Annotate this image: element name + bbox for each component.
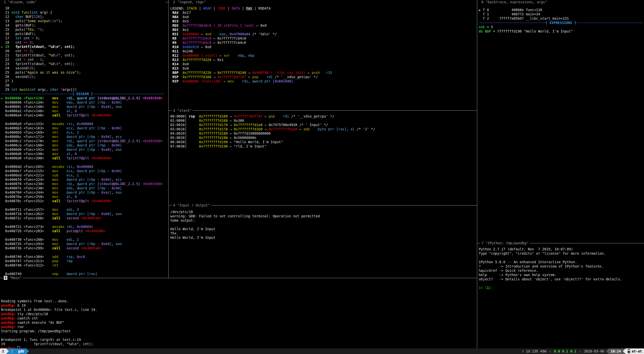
pane-name: "disasm, code" (6, 0, 37, 4)
terminal-line: IPython 5.8.0 -- An enhanced Interactive… (479, 260, 643, 264)
terminal-line: pwndbg> tty /dev/pts/10 (1, 312, 476, 316)
terminal-line: 0x400748 <func+312> ret (1, 263, 164, 268)
pane-ipython[interactable]: Python 2.7.17 (default, Nov 7 2019, 10:0… (477, 243, 644, 348)
terminal-line: 16 puts(BUF); (1, 32, 164, 36)
terminal-line: 0x400711 <func+257> mov edi, 3 (1, 208, 164, 212)
terminal-line: 0x4006d0 <func+192> mov dword ptr [rbp -… (1, 148, 164, 152)
pane-title-backtrace: 6 "backtrace, expressions, args" (480, 0, 548, 4)
date: 2020-03-06 (582, 348, 606, 354)
terminal-line (170, 223, 476, 227)
terminal-line: f 1 400772 main+34 (479, 12, 643, 16)
terminal-line: pwndbg> run (1, 325, 476, 329)
pane-io[interactable]: /dev/pts/10warning: GDB: Failed to set c… (169, 205, 477, 278)
terminal-line: R13 0x7fffffffd320 ← 0x1 (170, 58, 476, 62)
pane-name: "backtrace, expressions, args" (484, 0, 547, 4)
terminal-line: Some output: (170, 218, 476, 223)
terminal-line: R11 0x246 (170, 49, 476, 53)
terminal-line: 12 char BUF[128]; (1, 15, 164, 19)
terminal-line (479, 256, 643, 260)
terminal-line: ► f 0 40068e func+126 (479, 8, 643, 12)
chevron-right-icon: › (13, 349, 18, 353)
clock: 10:24 (609, 348, 623, 354)
terminal-line: 00:0000│ rsp 0x7fffffffd160 → 0x7ffff7b9… (170, 114, 476, 119)
terminal-line: pwndbg> cwatch cnt (1, 316, 476, 320)
window-tab-gdb[interactable]: 1›gdb (9, 348, 26, 354)
terminal-line (1, 160, 164, 165)
pane-number: 6 (481, 0, 484, 4)
session-badge[interactable]: 2 (0, 348, 6, 354)
terminal-line: cnt = 5 (479, 25, 643, 29)
pane-main[interactable]: Reading symbols from test...done.pwndbg>… (0, 278, 477, 348)
terminal-line: 0x400730 <func+288> mov edi, 2 (1, 238, 164, 242)
terminal-line: 0x400747 <func+311> pop rbp (1, 259, 164, 263)
terminal-line: 0x4006e7 <func+215> mov ecx, dword ptr [… (1, 169, 164, 173)
terminal-line: 22 cnt = cnt - 1; (1, 57, 164, 62)
terminal-line: 13 puts("Some output:\n"); (1, 19, 164, 23)
disassembly-listing: ► 0x40068e <func+126> mov rdi, qword ptr… (1, 96, 164, 276)
terminal-line: 0x4006dd <func+205> movabs rsi, 0x40080d (1, 165, 164, 169)
pane-name: "Main" (7, 276, 22, 280)
powerline-arrow-icon (26, 348, 29, 354)
terminal-line: 0x4006ca <func+186> mov edx, dword ptr [… (1, 143, 164, 148)
expressions-separator: [ EXPRESSIONS ] (479, 21, 643, 25)
pane-backtrace[interactable]: ► f 0 40068e func+126 f 1 400772 main+34… (477, 0, 644, 243)
terminal-line: RSP 0x7fffffffd160 → 0x7ffff7b97787 ← po… (170, 75, 476, 79)
stack-listing: 00:0000│ rsp 0x7fffffffd160 → 0x7ffff7b9… (170, 114, 476, 149)
terminal-line: %quickref -> Quick reference. (479, 269, 643, 273)
status-right: ↑ 1d 23h 49m ‹ 0.0 0.1 0.1 ‹ 2020-03-06 … (520, 348, 644, 354)
terminal-line: 0x400704 <func+244> mov dword ptr [rbp -… (1, 190, 164, 195)
terminal-line: 0x400749 nop dword ptr [rax] (1, 272, 164, 276)
registers-listing: LEGEND: STACK | HEAP | CODE | DATA | RWX… (170, 6, 476, 83)
pane-title-legend-regs: 2 "legend, regs" (172, 0, 207, 4)
terminal-line: RIP 0x40068e (func+126) ← mov rdi, qword… (170, 79, 476, 83)
terminal-line: /dev/pts/10 (170, 210, 476, 214)
terminal-line: R8 0x7ffff7fcb4c0 ← 0x7ffff7fcb4c0 (170, 36, 476, 41)
pane-disasm-code[interactable]: 10 11 void func(int arg) { 12 char BUF[1… (0, 0, 165, 276)
terminal-line: 05:0028│ 0x7fffffffd188 ← 0x50000000e (170, 136, 476, 140)
pane-title-disasm-code: 1 "disasm, code" (3, 0, 38, 4)
terminal-line: f 2 7ffff7a05b97 __libc_start_main+231 (479, 16, 643, 21)
pane-stack[interactable]: 00:0000│ rsp 0x7fffffffd160 → 0x7ffff7b9… (169, 111, 477, 205)
terminal-line: 0x4006d6 <func+198> mov al, 0 (1, 152, 164, 156)
terminal-line: LEGEND: STACK | HEAP | CODE | DATA | RWX… (170, 6, 476, 11)
up-arrow-icon: ↑ (522, 349, 524, 353)
terminal-line: 10 (1, 6, 164, 10)
terminal-line: RCX 0x5 (170, 19, 476, 23)
terminal-line: 02:0010│ 0x7fffffffd170 → 0x7fffffffd1a0… (170, 123, 476, 127)
terminal-line: 0x400696 <func+134> mov edx, dword ptr [… (1, 100, 164, 105)
terminal-line: R12 0x4004b0 (_start) ← xor ebp, ebp (170, 53, 476, 58)
terminal-line: 29 int main(int argc, char *argv[]) (1, 87, 164, 92)
terminal-line: 0x4006a9 <func+153> movabs rsi, 0x40080d (1, 122, 164, 126)
terminal-line (1, 220, 164, 225)
terminal-line: 11 void func(int arg) { (1, 10, 164, 15)
terminal-line: help -> Python's own help system. (479, 273, 643, 277)
load-average: 0.0 0.1 0.1 (552, 348, 578, 354)
pane-title-main: 5 "Main" (3, 276, 23, 280)
pane-legend-regs[interactable]: LEGEND: STACK | HEAP | CODE | DATA | RWX… (169, 0, 477, 108)
terminal-line: Hello World, I'm Input (170, 227, 476, 231)
terminal-line (1, 203, 164, 208)
terminal-line: warning: GDB: Failed to set controlling … (170, 214, 476, 218)
terminal-line: 27 } (1, 79, 164, 83)
terminal-line: Breakpoint 1, func (arg=5) at test.c:19 (1, 338, 476, 342)
expressions-separator-label: [ EXPRESSIONS ] (545, 21, 576, 25)
terminal-line: 0x4006b3 <func+163> mov ecx, dword ptr [… (1, 126, 164, 130)
terminal-line: 15 puts("Thx. "); (1, 27, 164, 32)
terminal-line: 0x4006d8 <func+200> call fprintf@plt <0x… (1, 156, 164, 160)
terminal-line: ? -> Introduction and overview of IPytho… (479, 264, 643, 269)
pane-number: 4 (173, 203, 175, 207)
terminal-line: Starting program: /tmp/pwndbg/test (1, 329, 476, 333)
hostname: at-at (626, 348, 644, 354)
pane-border-vertical-left[interactable] (168, 0, 169, 278)
terminal-line: 28 (1, 83, 164, 87)
disasm-separator: [ DISASM ] (1, 92, 164, 96)
terminal-line: Thx. (170, 231, 476, 235)
terminal-line: RBX 0x0 (170, 15, 476, 19)
terminal-line: 0x400716 <func+262> mov dword ptr [rbp -… (1, 212, 164, 216)
terminal-line: 20 cnt *= 2; (1, 49, 164, 53)
chevron-left-icon: ‹ (578, 348, 583, 354)
status-left: 2 1›gdb (0, 348, 29, 354)
terminal-line: ► 0x40068e <func+126> mov rdi, qword ptr… (1, 96, 164, 100)
terminal-line: 0x4006c2 <func+178> mov rdi, qword ptr [… (1, 139, 164, 143)
terminal-line (1, 268, 164, 272)
